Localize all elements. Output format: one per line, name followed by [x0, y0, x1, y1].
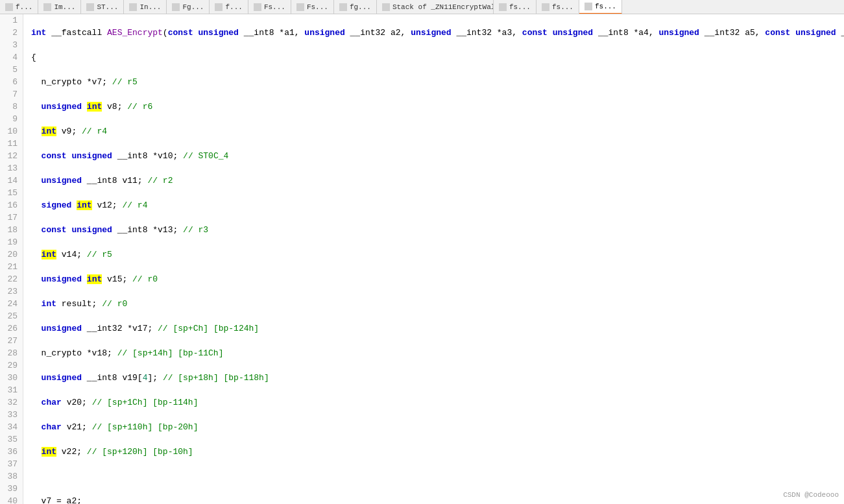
line-18: int v22; // [sp+120h] [bp-10h]	[31, 446, 844, 458]
code-container: 1 2 3 4 5 6 7 8 9 10 11 12 13 14 15 16 1…	[0, 14, 844, 504]
tab-1[interactable]: f...	[0, 0, 38, 14]
tab-8[interactable]: Fs...	[291, 0, 334, 14]
line-20: v7 = a2;	[31, 495, 844, 504]
line-5: int v9; // r4	[31, 125, 844, 138]
tab-3[interactable]: ST...	[81, 0, 124, 14]
line-2: {	[31, 51, 844, 64]
line-10: int v14; // r5	[31, 248, 844, 261]
watermark: CSDN @Codeooo	[783, 491, 839, 499]
line-14: n_crypto *v18; // [sp+14h] [bp-11Ch]	[31, 347, 844, 359]
line-4: unsigned int v8; // r6	[31, 101, 844, 113]
line-12: int result; // r0	[31, 298, 844, 310]
line-19	[31, 470, 844, 483]
line-1: int __fastcall AES_Encrypt(const unsigne…	[31, 27, 844, 39]
tab-10[interactable]: Stack of _ZN11EncryptWal...	[377, 0, 494, 14]
line-6: const unsigned __int8 *v10; // ST0C_4	[31, 150, 844, 162]
line-7: unsigned __int8 v11; // r2	[31, 174, 844, 187]
line-11: unsigned int v15; // r0	[31, 273, 844, 285]
line-16: char v20; // [sp+1Ch] [bp-114h]	[31, 396, 844, 409]
tab-7[interactable]: Fs...	[248, 0, 291, 14]
tab-5[interactable]: Fg...	[167, 0, 210, 14]
tab-6[interactable]: f...	[210, 0, 248, 14]
tab-2[interactable]: Im...	[38, 0, 81, 14]
line-numbers: 1 2 3 4 5 6 7 8 9 10 11 12 13 14 15 16 1…	[0, 14, 23, 504]
line-9: const unsigned __int8 *v13; // r3	[31, 224, 844, 236]
line-17: char v21; // [sp+110h] [bp-20h]	[31, 421, 844, 433]
tab-4[interactable]: In...	[124, 0, 167, 14]
tab-9[interactable]: fg...	[334, 0, 377, 14]
line-13: unsigned __int32 *v17; // [sp+Ch] [bp-12…	[31, 322, 844, 335]
tab-bar[interactable]: f... Im... ST... In... Fg... f... Fs... …	[0, 0, 844, 14]
line-15: unsigned __int8 v19[4]; // [sp+18h] [bp-…	[31, 372, 844, 384]
tab-13[interactable]: fs...	[579, 0, 622, 14]
line-3: n_crypto *v7; // r5	[31, 76, 844, 88]
code-content: int __fastcall AES_Encrypt(const unsigne…	[23, 14, 844, 504]
tab-12[interactable]: fs...	[537, 0, 579, 14]
line-8: signed int v12; // r4	[31, 199, 844, 211]
tab-11[interactable]: fs...	[494, 0, 537, 14]
